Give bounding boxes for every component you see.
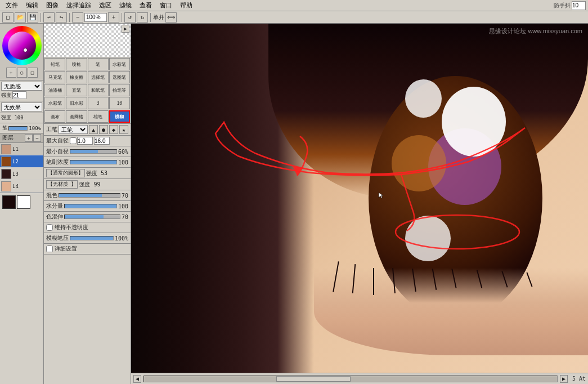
shape-round-btn[interactable]: ● (99, 125, 108, 134)
menu-window[interactable]: 窗口 (156, 1, 176, 10)
add-layer-btn[interactable]: + (25, 134, 33, 142)
min-size-row: 最小自径 60% (44, 146, 131, 157)
color-swatches (0, 193, 43, 211)
min-size-track[interactable] (70, 149, 117, 154)
menu-edit[interactable]: 编辑 (23, 1, 42, 10)
tool-old-water[interactable]: 旧水彩 (66, 97, 87, 109)
del-layer-btn[interactable]: − (33, 134, 41, 142)
new-btn[interactable]: □ (2, 12, 14, 23)
scroll-track[interactable] (143, 376, 558, 382)
tool-blur-active[interactable]: 模糊 (109, 110, 130, 123)
tool-canvas2[interactable]: 画布 (44, 110, 65, 123)
layer-thumb-2 (1, 157, 11, 167)
tool-spray[interactable]: 喷枪 (66, 58, 87, 70)
menu-select-trace[interactable]: 选择追踪 (63, 1, 95, 10)
scroll-right-btn[interactable]: ▶ (560, 375, 568, 383)
no-tool-select[interactable]: 无效果 (1, 102, 42, 111)
brush-sz-value: 100% (29, 126, 41, 131)
color-mode-select[interactable]: 无质感 (1, 82, 42, 91)
opacity-input[interactable] (12, 91, 26, 99)
tool-marker[interactable]: 马克笔 (44, 71, 65, 83)
layer-thumb-1 (1, 144, 11, 154)
layer-name-4: L4 (12, 184, 19, 189)
btn-1[interactable]: + (6, 68, 16, 78)
tool-watercolor[interactable]: 水彩笔 (109, 58, 130, 70)
foreground-swatch[interactable] (2, 195, 16, 209)
tool-select-pen2[interactable]: 选图笔 (109, 71, 130, 83)
tool-pen[interactable]: 笔 (88, 58, 109, 70)
menu-help[interactable]: 帮助 (177, 1, 196, 10)
layer-item-4[interactable]: L4 (0, 180, 43, 193)
water-track[interactable] (64, 204, 117, 208)
flip-h-btn[interactable]: ⟺ (165, 12, 177, 23)
lash-7 (452, 269, 457, 288)
open-btn[interactable]: 📂 (15, 12, 26, 23)
density-track[interactable] (70, 160, 117, 164)
tool-pencil[interactable]: 铅笔 (44, 58, 65, 70)
no-edge-btn[interactable]: 【无材质 】 (46, 180, 78, 189)
background-swatch[interactable] (17, 195, 30, 209)
layer-item-1[interactable]: L1 (0, 143, 43, 155)
shape-star-btn[interactable]: ★ (119, 125, 128, 134)
menu-view[interactable]: 查看 (136, 1, 155, 10)
brush-sz-label: 笔 (2, 124, 7, 132)
menu-file[interactable]: 文件 (2, 1, 21, 10)
tool-ruler[interactable]: 雄笔 (88, 110, 109, 123)
tool-select-pen[interactable]: 选择笔 (88, 71, 109, 83)
tool-waterc2[interactable]: 水彩笔 (44, 97, 65, 109)
maintain-opacity-checkbox[interactable] (46, 224, 53, 231)
btn-2[interactable]: ○ (17, 68, 27, 78)
mix-track[interactable] (59, 193, 120, 198)
brush-pressure-track[interactable] (70, 236, 114, 240)
stabilizer-input[interactable] (572, 1, 586, 10)
color-blend-track[interactable] (64, 215, 120, 219)
menu-bar: 文件 编辑 图像 选择追踪 选区 滤镜 查看 窗口 帮助 防手抖 (0, 0, 588, 11)
tool-10[interactable]: 10 (109, 97, 130, 109)
tool-3[interactable]: 3 (88, 97, 109, 109)
brush-size-track[interactable] (8, 126, 28, 131)
zoom-out-btn[interactable]: − (72, 12, 83, 23)
tool-grid2[interactable]: 画网格 (66, 110, 87, 123)
redo-btn[interactable]: ↪ (56, 12, 67, 23)
scroll-left-btn[interactable]: ◀ (133, 375, 141, 383)
quick-tool-buttons: + ○ □ (2, 68, 41, 78)
layer-item-2[interactable]: L2 (0, 155, 43, 168)
save-btn[interactable]: 💾 (27, 12, 38, 23)
tool-fill[interactable]: 油漆桶 (44, 84, 65, 96)
menu-image[interactable]: 图像 (43, 1, 62, 10)
color-wheel-section: + ○ □ (0, 24, 43, 81)
max-size-input2[interactable] (94, 137, 110, 145)
menu-select[interactable]: 选区 (96, 1, 115, 10)
tool-line[interactable]: 直笔 (66, 84, 87, 96)
tool-special[interactable]: 拍笔等 (109, 84, 130, 96)
max-size-checkbox[interactable] (70, 137, 77, 144)
zoom-input[interactable] (84, 13, 107, 22)
zoom-in-btn[interactable]: + (108, 12, 119, 23)
max-size-input[interactable] (77, 137, 93, 145)
edge-strength-label: 强度 99 (79, 181, 100, 189)
layer-name-2: L2 (12, 159, 19, 164)
color-wheel-wrapper[interactable] (2, 26, 42, 65)
water-label: 水分量 (46, 202, 63, 210)
color-blend-fill (65, 215, 104, 218)
expand-btn[interactable]: ▶ (122, 25, 129, 33)
rotate-right-btn[interactable]: ↻ (137, 12, 148, 23)
brush-size-section: 笔 100% (0, 123, 43, 133)
shape-diamond-btn[interactable]: ◆ (109, 125, 118, 134)
scroll-thumb[interactable] (276, 376, 351, 382)
detail-settings-checkbox[interactable] (46, 245, 53, 252)
tool-type-select[interactable]: 工笔 (59, 125, 88, 134)
shape-triangle-btn[interactable]: ▲ (89, 125, 98, 134)
tool-eraser[interactable]: 橡皮擦 (66, 71, 87, 83)
undo-btn[interactable]: ↩ (43, 12, 55, 23)
layer-item-3[interactable]: L3 (0, 168, 43, 180)
tool-washi[interactable]: 和纸笔 (88, 84, 109, 96)
btn-3[interactable]: □ (28, 68, 38, 78)
color-wheel[interactable] (2, 26, 42, 65)
shape-strength-label: 强度 53 (86, 169, 107, 177)
rotate-left-btn[interactable]: ↺ (124, 12, 136, 23)
canvas-area[interactable]: 思缘设计论坛 www.missyuan.com (131, 24, 588, 373)
color-picker-square[interactable] (8, 32, 36, 60)
shape-normal-btn[interactable]: 【通常的圆形】 (46, 169, 85, 177)
menu-filter[interactable]: 滤镜 (116, 1, 135, 10)
